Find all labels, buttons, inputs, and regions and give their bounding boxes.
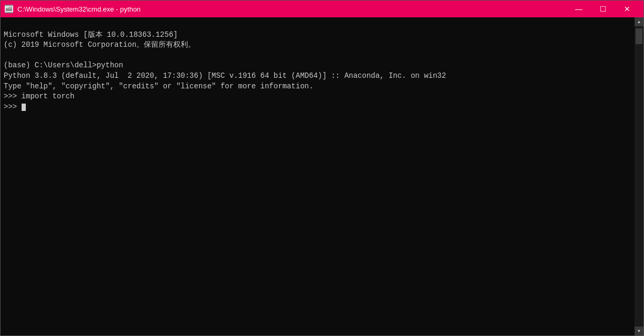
terminal-line-6: Type "help", "copyright", "credits" or "…: [4, 82, 313, 90]
svg-rect-2: [6, 7, 7, 8]
window-icon: [5, 5, 13, 13]
cmd-window: C:\Windows\System32\cmd.exe - python — ☐…: [0, 0, 644, 336]
close-button[interactable]: ✕: [615, 1, 639, 17]
scroll-track[interactable]: [635, 26, 643, 327]
terminal-line-5: Python 3.8.3 (default, Jul 2 2020, 17:30…: [4, 72, 446, 80]
content-area: Microsoft Windows [版本 10.0.18363.1256] (…: [1, 17, 643, 335]
maximize-button[interactable]: ☐: [591, 1, 615, 17]
window-title: C:\Windows\System32\cmd.exe - python: [17, 5, 567, 13]
window-controls: — ☐ ✕: [567, 1, 639, 17]
terminal-line-7: >>> import torch: [4, 92, 74, 100]
scroll-thumb[interactable]: [636, 28, 642, 44]
scroll-up-arrow[interactable]: ▲: [635, 17, 643, 26]
svg-rect-3: [7, 7, 8, 8]
terminal-line-8: >>>: [4, 103, 22, 111]
terminal-line-2: (c) 2019 Microsoft Corporation。保留所有权利。: [4, 40, 195, 49]
terminal-cursor: [22, 104, 26, 111]
terminal-line-4: (base) C:\Users\dell>python: [4, 61, 123, 69]
terminal-output[interactable]: Microsoft Windows [版本 10.0.18363.1256] (…: [1, 17, 635, 335]
minimize-button[interactable]: —: [567, 1, 591, 17]
terminal-line-1: Microsoft Windows [版本 10.0.18363.1256]: [4, 30, 177, 39]
title-bar: C:\Windows\System32\cmd.exe - python — ☐…: [1, 1, 643, 17]
scroll-down-arrow[interactable]: ▼: [635, 327, 643, 335]
scrollbar[interactable]: ▲ ▼: [635, 17, 643, 335]
